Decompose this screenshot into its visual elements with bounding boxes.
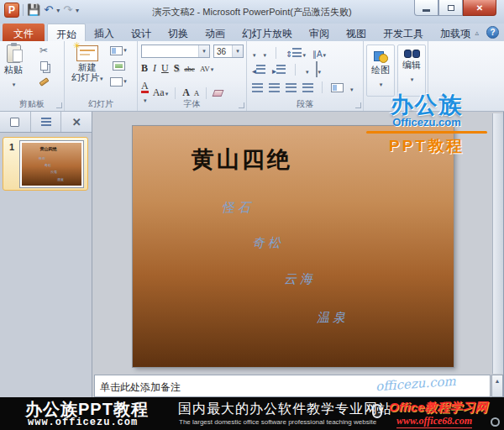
window-controls: ✕ (414, 0, 496, 16)
tab-developer[interactable]: 开发工具 (375, 24, 432, 41)
font-name-dropdown-icon[interactable]: ▾ (198, 45, 209, 57)
tab-view[interactable]: 视图 (338, 24, 375, 41)
tab-addins[interactable]: 加载项 (432, 24, 479, 41)
justify-icon[interactable] (302, 83, 313, 92)
editing-dropdown-icon[interactable] (410, 70, 414, 85)
columns-button[interactable] (305, 62, 309, 77)
title-bar: P 💾 ↶ ▾ ↷ ▾ 演示文稿2 - Microsoft PowerPoint… (0, 0, 504, 24)
decrease-indent-button[interactable]: ◂ (252, 62, 265, 77)
slides-tab[interactable] (0, 112, 31, 132)
slide-item-yunhai[interactable]: 云海 (284, 271, 316, 287)
new-slide-button[interactable]: ✳ 新建 幻灯片 (71, 45, 103, 84)
slide-thumbnail[interactable]: 黄山四绝 怪石 奇松 云海 温泉 (20, 141, 83, 187)
minimize-icon (423, 9, 430, 12)
font-size-combo[interactable]: 36 ▾ (213, 45, 244, 58)
close-button[interactable]: ✕ (463, 0, 496, 16)
tab-slideshow[interactable]: 幻灯片放映 (234, 24, 301, 41)
divider (276, 47, 276, 59)
tab-design[interactable]: 设计 (123, 24, 160, 41)
character-spacing-button[interactable]: AV (200, 65, 213, 73)
drawing-label: 绘图 (371, 65, 390, 75)
change-case-button[interactable]: Aa (153, 87, 169, 99)
slide-item-guaishi[interactable]: 怪石 (222, 200, 254, 216)
vertical-scrollbar[interactable] (492, 113, 503, 374)
notes-pane[interactable]: 单击此处添加备注 officezu.com (94, 375, 491, 397)
footer-tagline-en: The largest domestic office software pro… (179, 418, 376, 426)
smartart-convert-icon[interactable] (331, 83, 344, 92)
reset-icon (113, 61, 125, 71)
strikethrough-button[interactable]: abc (184, 65, 195, 73)
restore-button[interactable] (438, 0, 463, 16)
outline-tab[interactable] (31, 112, 62, 132)
thumbnail-item: 云海 (50, 170, 57, 174)
logo-ring-icon (491, 417, 500, 427)
align-left-icon[interactable] (252, 83, 263, 92)
format-painter-button[interactable] (35, 75, 52, 88)
grow-font-button[interactable]: A (182, 87, 190, 99)
panel-close-button[interactable]: ✕ (61, 112, 92, 132)
smartart-dropdown-icon[interactable] (349, 80, 354, 95)
drawing-dropdown-icon[interactable] (379, 75, 383, 90)
new-slide-label-2: 幻灯片 (71, 72, 103, 84)
align-right-icon[interactable] (286, 83, 297, 92)
underline-button[interactable]: U (161, 62, 169, 75)
slide-thumbnail-selected[interactable]: 1 黄山四绝 怪石 奇松 云海 温泉 (3, 137, 88, 191)
cut-button[interactable]: ✂ (35, 44, 52, 57)
paste-dropdown-icon[interactable] (12, 75, 16, 90)
scroll-up-icon[interactable]: ▲ (492, 378, 502, 384)
text-direction-button[interactable]: ∥A (312, 45, 326, 60)
font-group-label: 字体 (138, 98, 246, 110)
notes-scrollbar[interactable]: ▲ (491, 375, 503, 397)
slide-item-wenquan[interactable]: 温泉 (317, 310, 349, 326)
layout-button[interactable] (110, 44, 127, 57)
bold-button[interactable]: B (141, 62, 148, 75)
divider (175, 87, 176, 99)
increase-indent-button[interactable]: ▸ (272, 62, 286, 77)
slides-panel: ✕ 1 黄山四绝 怪石 奇松 云海 温泉 (0, 112, 92, 397)
text-shadow-button[interactable]: S (174, 62, 180, 75)
clipboard-dialog-launcher-icon[interactable] (56, 102, 62, 108)
slide-title[interactable]: 黄山四绝 (192, 144, 292, 175)
minimize-button[interactable] (414, 0, 438, 16)
drawing-icon (373, 50, 388, 63)
collapse-ribbon-icon[interactable]: ▵ (475, 29, 479, 37)
line-spacing-lines-icon (292, 48, 302, 57)
bullets-button[interactable] (252, 45, 256, 60)
tab-home[interactable]: 开始 (47, 24, 86, 41)
align-text-button[interactable] (316, 62, 322, 77)
thumbnail-item: 怪石 (39, 156, 45, 160)
font-dialog-launcher-icon[interactable] (239, 102, 244, 108)
tab-file[interactable]: 文件 (3, 24, 45, 41)
reset-button[interactable] (110, 59, 127, 72)
numbering-button[interactable] (263, 45, 267, 60)
tab-review[interactable]: 审阅 (301, 24, 338, 41)
paste-button[interactable]: 粘贴 (4, 45, 23, 90)
slide-canvas[interactable]: 黄山四绝 怪石 奇松 云海 温泉 (133, 126, 454, 367)
help-icon[interactable]: ? (486, 26, 499, 39)
drawing-button[interactable]: 绘图 (366, 45, 395, 97)
font-name-combo[interactable]: ▾ (141, 45, 210, 58)
clipboard-group-label: 剪贴板 (0, 98, 64, 110)
notes-placeholder[interactable]: 单击此处添加备注 (100, 380, 181, 395)
tab-animations[interactable]: 动画 (197, 24, 234, 41)
panel-tabs: ✕ (0, 112, 92, 133)
tab-transitions[interactable]: 切换 (160, 24, 197, 41)
editing-button[interactable]: 编辑 (397, 45, 426, 97)
ppt-tutorial-text: PPT教程 (363, 135, 491, 157)
copy-button[interactable] (35, 59, 52, 72)
line-spacing-button[interactable]: ⇕ (286, 45, 306, 60)
close-icon: ✕ (72, 116, 81, 128)
promo-footer-bar: 办公族PPT教程 www.officezu.com 国内最大的办公软件教学专业网… (0, 397, 504, 430)
shrink-font-button[interactable]: A (194, 89, 200, 97)
ribbon-tab-row: 文件 开始 插入 设计 切换 动画 幻灯片放映 审阅 视图 开发工具 加载项 (0, 24, 504, 41)
italic-button[interactable]: I (153, 62, 156, 75)
thumbnail-item: 温泉 (57, 177, 64, 181)
section-button[interactable] (110, 75, 127, 88)
tab-insert[interactable]: 插入 (86, 24, 123, 41)
clear-formatting-icon[interactable] (213, 90, 224, 97)
slides-group-label: 幻灯片 (65, 98, 137, 110)
slide-item-qisong[interactable]: 奇松 (252, 235, 284, 251)
font-size-dropdown-icon[interactable]: ▾ (232, 45, 243, 57)
paragraph-dialog-launcher-icon[interactable] (355, 102, 361, 108)
align-center-icon[interactable] (269, 83, 280, 92)
